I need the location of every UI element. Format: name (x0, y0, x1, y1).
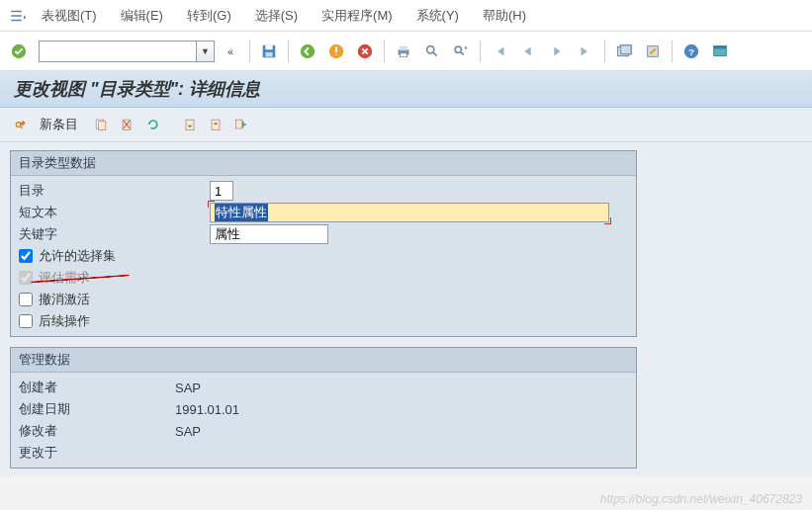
group-catalog-data: 目录类型数据 目录 短文本 特性属性 关键字 允许的选择集 (10, 150, 637, 337)
shortcut-button[interactable] (640, 39, 666, 64)
group-catalog-title: 目录类型数据 (11, 151, 636, 176)
enter-button[interactable] (6, 39, 32, 64)
prev-page-button[interactable] (515, 39, 541, 64)
change-mode-button[interactable] (10, 114, 32, 135)
command-dropdown[interactable]: ▼ (197, 41, 215, 62)
allowed-selection-set-label: 允许的选择集 (39, 247, 116, 265)
svg-text:?: ? (688, 45, 694, 56)
keyword-input[interactable] (210, 224, 328, 244)
back-button[interactable] (295, 39, 320, 64)
svg-point-4 (301, 43, 315, 57)
changed-on-label: 更改于 (17, 444, 175, 462)
menu-utilities[interactable]: 实用程序(M) (310, 3, 405, 29)
followup-label: 后续操作 (39, 312, 90, 330)
undo-button[interactable] (141, 114, 163, 135)
deactivate-checkbox[interactable] (19, 293, 33, 306)
menu-system[interactable]: 系统(Y) (405, 3, 471, 29)
svg-rect-8 (400, 45, 406, 50)
title-area: 更改视图 "目录类型": 详细信息 (0, 71, 812, 108)
svg-rect-18 (714, 45, 727, 48)
command-field[interactable]: ▼ (39, 41, 215, 62)
prev-entry-button[interactable] (179, 114, 201, 135)
valuation-required-checkbox (19, 271, 33, 285)
help-button[interactable]: ? (678, 39, 704, 64)
watermark: https://blog.csdn.net/weixin_40672823 (600, 492, 802, 506)
find-button[interactable] (419, 39, 445, 64)
group-admin-title: 管理数据 (11, 348, 636, 373)
svg-rect-23 (186, 120, 194, 129)
chevron-down-icon: ▼ (201, 46, 210, 56)
svg-point-10 (427, 45, 434, 52)
created-on-label: 创建日期 (17, 400, 175, 418)
menu-help[interactable]: 帮助(H) (471, 3, 538, 29)
allowed-selection-set-checkbox[interactable] (19, 249, 33, 263)
app-toolbar: 新条目 (0, 108, 812, 142)
group-admin-data: 管理数据 创建者 SAP 创建日期 1991.01.01 修改者 SAP 更改于 (10, 347, 637, 468)
menu-table-view[interactable]: 表视图(T) (30, 3, 109, 29)
command-input[interactable] (39, 41, 197, 62)
menu-edit[interactable]: 编辑(E) (109, 3, 175, 29)
menu-bar: 表视图(T) 编辑(E) 转到(G) 选择(S) 实用程序(M) 系统(Y) 帮… (0, 0, 812, 32)
shorttext-input[interactable]: 特性属性 (210, 203, 609, 222)
content-area: 目录类型数据 目录 短文本 特性属性 关键字 允许的选择集 (0, 142, 812, 476)
first-page-button[interactable] (487, 39, 512, 64)
svg-rect-25 (235, 120, 241, 128)
page-title: 更改视图 "目录类型": 详细信息 (14, 77, 798, 101)
menu-overflow-icon[interactable] (6, 4, 30, 28)
collapse-button[interactable]: « (218, 39, 243, 64)
last-page-button[interactable] (573, 39, 598, 64)
valuation-required-label: 评估需求 (39, 269, 90, 287)
catalog-label: 目录 (17, 182, 210, 200)
print-button[interactable] (391, 39, 416, 64)
changed-by-label: 修改者 (17, 422, 175, 440)
next-page-button[interactable] (544, 39, 570, 64)
svg-rect-24 (212, 120, 220, 129)
copy-button[interactable] (90, 114, 112, 135)
deactivate-label: 撤消激活 (39, 291, 90, 308)
changed-by-value: SAP (175, 424, 201, 439)
created-by-value: SAP (175, 381, 201, 395)
followup-checkbox[interactable] (19, 314, 33, 328)
next-entry-button[interactable] (205, 114, 226, 135)
svg-rect-9 (400, 52, 406, 56)
cancel-button[interactable] (352, 39, 378, 64)
svg-rect-21 (99, 122, 106, 130)
exit-button[interactable] (323, 39, 349, 64)
standard-toolbar: ▼ « ? (0, 32, 812, 71)
svg-rect-13 (620, 44, 631, 53)
created-on-value: 1991.01.01 (175, 402, 239, 417)
find-next-button[interactable] (448, 39, 474, 64)
delete-button[interactable] (116, 114, 137, 135)
svg-rect-26 (242, 122, 244, 128)
new-entry-button[interactable]: 新条目 (40, 116, 78, 133)
svg-rect-3 (265, 51, 272, 56)
layout-button[interactable] (707, 39, 733, 64)
keyword-label: 关键字 (17, 225, 210, 243)
shorttext-label: 短文本 (17, 204, 210, 221)
save-button[interactable] (256, 39, 282, 64)
catalog-input[interactable] (210, 181, 233, 201)
menu-select[interactable]: 选择(S) (243, 3, 310, 29)
new-session-button[interactable] (611, 39, 637, 64)
svg-rect-2 (265, 44, 272, 49)
svg-point-11 (455, 46, 461, 52)
other-entry-button[interactable] (230, 114, 252, 135)
created-by-label: 创建者 (17, 379, 175, 396)
menu-goto[interactable]: 转到(G) (175, 3, 243, 29)
